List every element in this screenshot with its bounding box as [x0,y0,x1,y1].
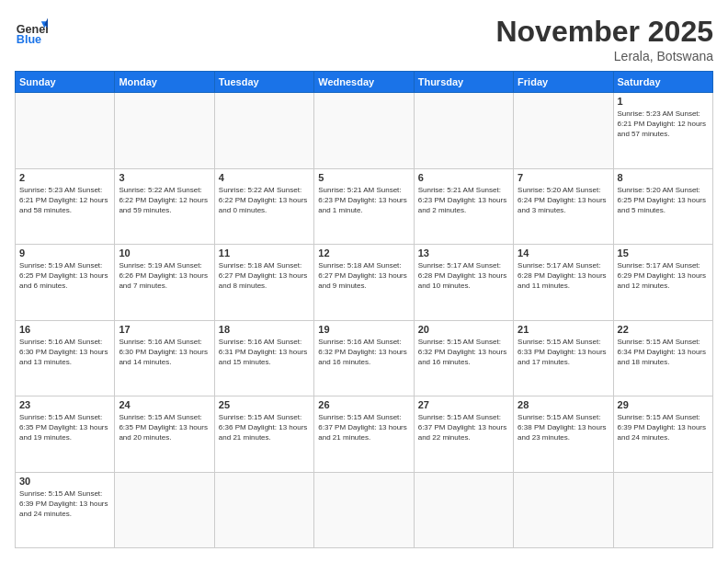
calendar-cell: 28Sunrise: 5:15 AM Sunset: 6:38 PM Dayli… [514,396,613,473]
day-number: 24 [119,399,210,410]
day-info: Sunrise: 5:15 AM Sunset: 6:36 PM Dayligh… [219,412,310,443]
calendar-cell: 21Sunrise: 5:15 AM Sunset: 6:33 PM Dayli… [514,320,613,396]
calendar-week-1: 1Sunrise: 5:23 AM Sunset: 6:21 PM Daylig… [16,93,713,169]
title-block: November 2025 Lerala, Botswana [495,15,713,63]
day-number: 28 [518,399,609,410]
calendar-cell: 3Sunrise: 5:22 AM Sunset: 6:22 PM Daylig… [115,168,214,245]
logo-icon: General Blue [15,15,48,48]
calendar-cell: 25Sunrise: 5:15 AM Sunset: 6:36 PM Dayli… [214,396,313,473]
calendar-cell: 7Sunrise: 5:20 AM Sunset: 6:24 PM Daylig… [514,168,613,245]
calendar-cell: 10Sunrise: 5:19 AM Sunset: 6:26 PM Dayli… [115,245,214,321]
day-info: Sunrise: 5:16 AM Sunset: 6:30 PM Dayligh… [19,337,110,368]
calendar-cell: 1Sunrise: 5:23 AM Sunset: 6:21 PM Daylig… [613,93,712,169]
day-info: Sunrise: 5:22 AM Sunset: 6:22 PM Dayligh… [219,185,310,216]
calendar-cell: 9Sunrise: 5:19 AM Sunset: 6:25 PM Daylig… [16,245,115,321]
day-info: Sunrise: 5:15 AM Sunset: 6:38 PM Dayligh… [518,412,609,443]
header-wednesday: Wednesday [314,72,414,93]
calendar-cell: 8Sunrise: 5:20 AM Sunset: 6:25 PM Daylig… [613,168,712,245]
day-number: 20 [418,324,509,335]
day-number: 19 [318,324,409,335]
calendar-cell: 22Sunrise: 5:15 AM Sunset: 6:34 PM Dayli… [613,320,712,396]
calendar-week-3: 9Sunrise: 5:19 AM Sunset: 6:25 PM Daylig… [16,245,713,321]
calendar-cell: 24Sunrise: 5:15 AM Sunset: 6:35 PM Dayli… [115,396,214,473]
day-number: 12 [318,247,409,259]
day-info: Sunrise: 5:15 AM Sunset: 6:39 PM Dayligh… [618,412,709,443]
header: General Blue November 2025 Lerala, Botsw… [15,15,713,63]
day-info: Sunrise: 5:17 AM Sunset: 6:28 PM Dayligh… [418,260,509,292]
calendar-cell [414,93,513,169]
calendar-week-4: 16Sunrise: 5:16 AM Sunset: 6:30 PM Dayli… [16,320,713,396]
header-friday: Friday [514,72,613,93]
day-number: 14 [518,247,609,259]
calendar-cell: 15Sunrise: 5:17 AM Sunset: 6:29 PM Dayli… [613,245,712,321]
day-info: Sunrise: 5:19 AM Sunset: 6:25 PM Dayligh… [19,260,110,292]
calendar-cell: 19Sunrise: 5:16 AM Sunset: 6:32 PM Dayli… [314,320,414,396]
day-number: 22 [618,324,709,335]
day-number: 30 [19,476,110,487]
calendar-cell: 18Sunrise: 5:16 AM Sunset: 6:31 PM Dayli… [214,320,313,396]
calendar-cell [514,93,613,169]
day-number: 5 [318,172,409,183]
calendar-week-5: 23Sunrise: 5:15 AM Sunset: 6:35 PM Dayli… [16,396,713,473]
day-info: Sunrise: 5:21 AM Sunset: 6:23 PM Dayligh… [318,185,409,216]
page: General Blue November 2025 Lerala, Botsw… [0,0,728,563]
header-saturday: Saturday [613,72,712,93]
calendar-cell: 5Sunrise: 5:21 AM Sunset: 6:23 PM Daylig… [314,168,414,245]
calendar: Sunday Monday Tuesday Wednesday Thursday… [15,71,713,548]
day-number: 13 [418,247,509,259]
day-number: 1 [618,96,709,107]
day-info: Sunrise: 5:15 AM Sunset: 6:32 PM Dayligh… [418,337,509,368]
day-number: 4 [219,172,310,183]
calendar-cell: 2Sunrise: 5:23 AM Sunset: 6:21 PM Daylig… [16,168,115,245]
calendar-cell [115,472,214,548]
day-info: Sunrise: 5:22 AM Sunset: 6:22 PM Dayligh… [119,185,210,216]
header-sunday: Sunday [16,72,115,93]
day-info: Sunrise: 5:17 AM Sunset: 6:29 PM Dayligh… [618,260,709,292]
day-number: 18 [219,324,310,335]
day-info: Sunrise: 5:15 AM Sunset: 6:35 PM Dayligh… [119,412,210,443]
calendar-cell [214,93,313,169]
day-info: Sunrise: 5:16 AM Sunset: 6:31 PM Dayligh… [219,337,310,368]
logo: General Blue [15,15,48,48]
calendar-cell [314,93,414,169]
calendar-cell: 27Sunrise: 5:15 AM Sunset: 6:37 PM Dayli… [414,396,513,473]
subtitle: Lerala, Botswana [495,49,713,63]
day-info: Sunrise: 5:15 AM Sunset: 6:37 PM Dayligh… [418,412,509,443]
header-tuesday: Tuesday [214,72,313,93]
calendar-cell [115,93,214,169]
day-number: 2 [19,172,110,183]
day-info: Sunrise: 5:15 AM Sunset: 6:34 PM Dayligh… [618,337,709,368]
day-number: 10 [119,247,210,259]
calendar-cell: 14Sunrise: 5:17 AM Sunset: 6:28 PM Dayli… [514,245,613,321]
day-number: 8 [618,172,709,183]
day-number: 16 [19,324,110,335]
calendar-cell [16,93,115,169]
day-number: 6 [418,172,509,183]
calendar-cell: 13Sunrise: 5:17 AM Sunset: 6:28 PM Dayli… [414,245,513,321]
calendar-cell: 26Sunrise: 5:15 AM Sunset: 6:37 PM Dayli… [314,396,414,473]
calendar-week-2: 2Sunrise: 5:23 AM Sunset: 6:21 PM Daylig… [16,168,713,245]
day-info: Sunrise: 5:16 AM Sunset: 6:30 PM Dayligh… [119,337,210,368]
calendar-cell: 6Sunrise: 5:21 AM Sunset: 6:23 PM Daylig… [414,168,513,245]
calendar-cell: 20Sunrise: 5:15 AM Sunset: 6:32 PM Dayli… [414,320,513,396]
calendar-week-6: 30Sunrise: 5:15 AM Sunset: 6:39 PM Dayli… [16,472,713,548]
day-info: Sunrise: 5:20 AM Sunset: 6:24 PM Dayligh… [518,185,609,216]
day-number: 23 [19,399,110,410]
header-thursday: Thursday [414,72,513,93]
calendar-cell [514,472,613,548]
day-number: 15 [618,247,709,259]
day-info: Sunrise: 5:15 AM Sunset: 6:33 PM Dayligh… [518,337,609,368]
calendar-cell [613,472,712,548]
day-info: Sunrise: 5:23 AM Sunset: 6:21 PM Dayligh… [618,109,709,140]
day-info: Sunrise: 5:15 AM Sunset: 6:39 PM Dayligh… [19,488,110,520]
calendar-cell: 12Sunrise: 5:18 AM Sunset: 6:27 PM Dayli… [314,245,414,321]
svg-text:Blue: Blue [17,33,41,46]
day-number: 11 [219,247,310,259]
header-monday: Monday [115,72,214,93]
weekday-header-row: Sunday Monday Tuesday Wednesday Thursday… [16,72,713,93]
day-number: 29 [618,399,709,410]
day-info: Sunrise: 5:18 AM Sunset: 6:27 PM Dayligh… [318,260,409,292]
calendar-cell: 11Sunrise: 5:18 AM Sunset: 6:27 PM Dayli… [214,245,313,321]
day-number: 26 [318,399,409,410]
day-info: Sunrise: 5:21 AM Sunset: 6:23 PM Dayligh… [418,185,509,216]
